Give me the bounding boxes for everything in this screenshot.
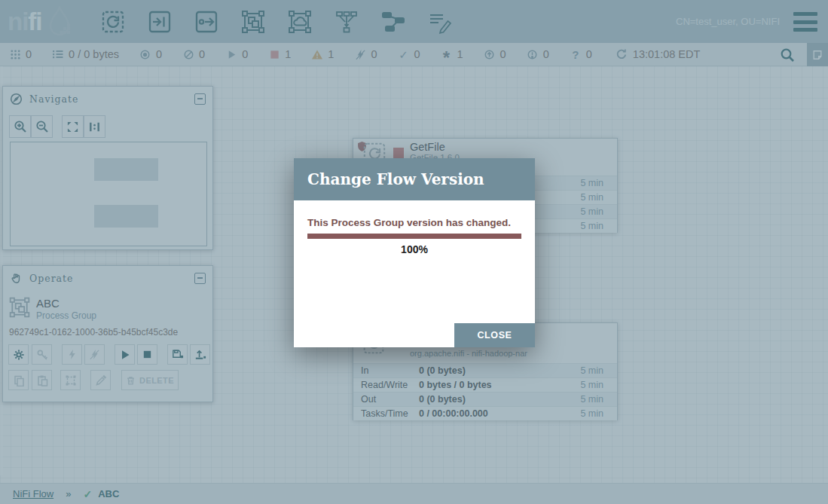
dialog-message: This Process Group version has changed. — [307, 217, 511, 228]
nifi-application: nifi — [0, 0, 828, 504]
progress-percent: 100% — [294, 243, 535, 255]
progress-bar — [307, 234, 521, 239]
close-button[interactable]: CLOSE — [454, 323, 535, 347]
dialog-header: Change Flow Version — [294, 158, 535, 200]
change-flow-version-dialog: Change Flow Version This Process Group v… — [294, 158, 535, 347]
dialog-title: Change Flow Version — [307, 170, 484, 188]
